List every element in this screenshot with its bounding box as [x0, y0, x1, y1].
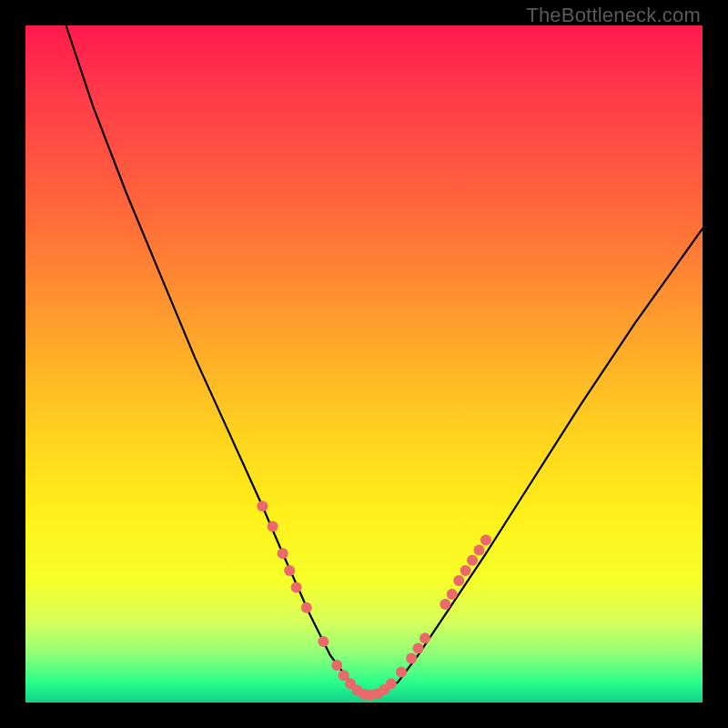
chart-svg	[25, 25, 703, 703]
curve-marker	[284, 565, 295, 576]
curve-marker	[386, 678, 397, 689]
curve-marker	[406, 653, 417, 664]
curve-marker	[268, 521, 278, 532]
curve-marker	[480, 534, 491, 545]
curve-marker	[278, 548, 288, 559]
curve-markers	[257, 500, 491, 701]
curve-marker	[467, 555, 478, 566]
watermark-text: TheBottleneck.com	[526, 4, 701, 27]
curve-marker	[420, 632, 430, 643]
curve-marker	[291, 582, 302, 593]
curve-marker	[460, 565, 471, 576]
bottleneck-curve	[66, 25, 703, 696]
curve-marker	[453, 575, 464, 586]
curve-marker	[474, 545, 485, 556]
curve-marker	[413, 643, 424, 654]
curve-marker	[257, 500, 268, 511]
plot-area	[25, 25, 703, 703]
curve-marker	[331, 660, 342, 671]
outer-frame: TheBottleneck.com	[0, 0, 728, 728]
curve-marker	[301, 602, 312, 613]
curve-marker	[318, 636, 329, 647]
curve-marker	[440, 599, 450, 610]
curve-marker	[396, 667, 407, 678]
curve-marker	[447, 589, 458, 600]
